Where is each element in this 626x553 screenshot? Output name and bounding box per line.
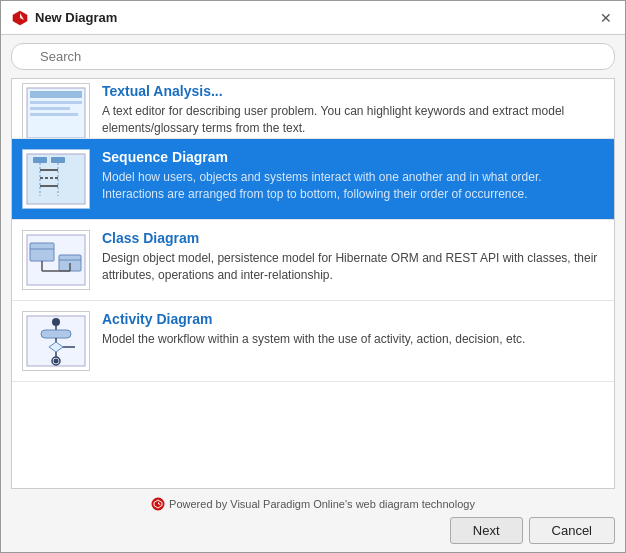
dialog-title: New Diagram <box>35 10 117 25</box>
dialog: New Diagram ✕ 🔍 <box>0 0 626 553</box>
svg-rect-10 <box>51 157 65 163</box>
item-thumbnail <box>22 311 90 371</box>
item-desc: Design object model, persistence model f… <box>102 250 604 284</box>
item-desc: Model how users, objects and systems int… <box>102 169 604 203</box>
item-thumbnail <box>22 230 90 290</box>
svg-rect-6 <box>30 113 78 116</box>
item-thumbnail <box>22 149 90 209</box>
search-bar: 🔍 <box>1 35 625 78</box>
svg-rect-16 <box>30 243 54 261</box>
item-title: Sequence Diagram <box>102 149 604 165</box>
list-item[interactable]: Activity Diagram Model the workflow with… <box>12 301 614 382</box>
list-item[interactable]: Textual Analysis... A text editor for de… <box>12 79 614 139</box>
button-row: Next Cancel <box>11 517 615 544</box>
svg-rect-4 <box>30 101 82 104</box>
titlebar: New Diagram ✕ <box>1 1 625 35</box>
item-desc: A text editor for describing user proble… <box>102 103 604 137</box>
list-item[interactable]: Class Diagram Design object model, persi… <box>12 220 614 301</box>
search-input[interactable] <box>11 43 615 70</box>
item-desc: Model the workflow within a system with … <box>102 331 604 348</box>
svg-rect-3 <box>30 91 82 98</box>
list-item[interactable]: Sequence Diagram Model how users, object… <box>12 139 614 220</box>
svg-point-32 <box>54 359 59 364</box>
svg-point-24 <box>52 318 60 326</box>
item-thumbnail <box>22 83 90 139</box>
svg-rect-8 <box>33 157 47 163</box>
powered-by-text: Powered by Visual Paradigm Online's web … <box>169 498 475 510</box>
item-title: Class Diagram <box>102 230 604 246</box>
list-area: Textual Analysis... A text editor for de… <box>11 78 615 489</box>
svg-rect-5 <box>30 107 70 110</box>
cancel-button[interactable]: Cancel <box>529 517 615 544</box>
close-button[interactable]: ✕ <box>597 9 615 27</box>
svg-rect-26 <box>41 330 71 338</box>
search-wrapper: 🔍 <box>11 43 615 70</box>
footer: Powered by Visual Paradigm Online's web … <box>1 489 625 552</box>
vp-icon <box>151 497 165 511</box>
powered-by-bar: Powered by Visual Paradigm Online's web … <box>11 497 615 511</box>
item-title: Activity Diagram <box>102 311 604 327</box>
item-title: Textual Analysis... <box>102 83 604 99</box>
app-icon <box>11 9 29 27</box>
list-scroll[interactable]: Textual Analysis... A text editor for de… <box>12 79 614 488</box>
next-button[interactable]: Next <box>450 517 523 544</box>
